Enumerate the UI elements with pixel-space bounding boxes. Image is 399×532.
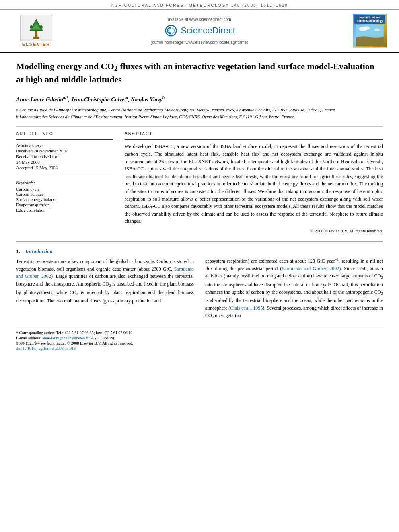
svg-point-5	[30, 25, 33, 29]
svg-point-7	[35, 21, 38, 25]
info-divider	[16, 139, 113, 140]
elsevier-logo: ELSEVIER	[12, 15, 60, 47]
keyword-1: Carbon cycle	[16, 187, 113, 191]
elsevier-tree-image	[20, 15, 52, 41]
received-date: Received 20 November 2007	[16, 148, 113, 153]
affiliations: a Groupe d'Etude de l'Atmosphère Météoro…	[16, 107, 383, 120]
header-center-block: available at www.sciencedirect.com Scien…	[60, 17, 339, 45]
journal-homepage-text: journal homepage: www.elsevier.com/locat…	[68, 40, 331, 45]
revised-date: 14 May 2008	[16, 160, 113, 164]
svg-rect-9	[356, 25, 384, 37]
keywords-divider	[16, 175, 113, 175]
intro-left-column: 1. Introduction Terrestrial ecosystems a…	[16, 248, 194, 320]
body-divider	[16, 241, 383, 242]
ref-ciais: Ciais et al., 1995	[230, 305, 263, 311]
revised-label: Received in revised form	[16, 154, 113, 159]
author1-sup: a,*	[63, 95, 68, 100]
copyright-notice: © 2008 Elsevier B.V. All rights reserved…	[125, 228, 383, 233]
issn-text: 0168-1923/$ – see front matter © 2008 El…	[16, 341, 133, 345]
article-info-column: ARTICLE INFO Article history: Received 2…	[16, 131, 113, 233]
doi-text: doi:10.1016/j.agrformet.2008.05.013	[16, 346, 76, 351]
elsevier-logo-area: ELSEVIER	[12, 15, 60, 47]
ref-sarmiento-1: Sarmiento and Gruber, 2002	[16, 266, 194, 279]
title-text-part1: Modelling energy and CO	[16, 61, 114, 71]
svg-point-13	[374, 28, 380, 31]
author3-sup: b	[162, 95, 165, 100]
available-at-text: available at www.sciencedirect.com	[68, 17, 331, 22]
article-history: Article history: Received 20 November 20…	[16, 143, 113, 170]
svg-point-6	[39, 25, 43, 29]
main-content: Modelling energy and CO2 fluxes with an …	[0, 53, 399, 359]
introduction-section: 1. Introduction Terrestrial ecosystems a…	[16, 248, 383, 320]
journal-cover-title: Agricultural and Forest Meteorology	[354, 15, 385, 24]
sciencedirect-icon	[164, 23, 178, 38]
intro-right-column: ecosystem respiration) are estimated eac…	[205, 248, 383, 320]
author3-name: , Nicolas Viovy	[128, 96, 162, 102]
ref-sarmiento-2: Sarmiento and Gruber, 2002	[282, 266, 339, 271]
svg-point-12	[363, 26, 370, 30]
affiliation-a: a Groupe d'Etude de l'Atmosphère Météoro…	[16, 107, 383, 113]
sciencedirect-text: ScienceDirect	[181, 25, 235, 36]
section-number: 1.	[16, 248, 20, 254]
journal-header-bar: AGRICULTURAL AND FOREST METEOROLOGY 148 …	[0, 0, 399, 10]
journal-cover-area: Agricultural and Forest Meteorology	[339, 14, 387, 48]
page: AGRICULTURAL AND FOREST METEOROLOGY 148 …	[0, 0, 399, 532]
journal-citation: AGRICULTURAL AND FOREST METEOROLOGY 148 …	[111, 3, 288, 8]
journal-cover-image: Agricultural and Forest Meteorology	[353, 14, 387, 48]
abstract-text: We developed ISBA-CC, a new version of t…	[125, 143, 383, 225]
section-title: Introduction	[25, 248, 53, 254]
author1-name: Anne-Laure Gibelin	[16, 96, 63, 102]
abstract-divider	[125, 139, 383, 140]
authors-line: Anne-Laure Gibelina,*, Jean-Christophe C…	[16, 95, 383, 103]
corresponding-text: * Corresponding author. Tel.: +33 5 61 0…	[16, 331, 134, 335]
history-label: Article history:	[16, 143, 113, 148]
keywords-label: Keywords:	[16, 180, 113, 185]
footnotes: * Corresponding author. Tel.: +33 5 61 0…	[16, 327, 383, 351]
article-info-header: ARTICLE INFO	[16, 131, 113, 136]
affiliation-b: b Laboratoire des Sciences du Climat et …	[16, 113, 383, 120]
email-note: E-mail address: anne-laure.gibelin@meteo…	[16, 336, 383, 340]
keyword-4: Evapotranspiration	[16, 202, 113, 207]
co2-subscript: 2	[114, 65, 118, 73]
email-label: E-mail address:	[16, 336, 41, 340]
keyword-2: Carbon balance	[16, 192, 113, 197]
info-abstract-section: ARTICLE INFO Article history: Received 2…	[16, 131, 383, 233]
page-header: ELSEVIER available at www.sciencedirect.…	[0, 10, 399, 53]
doi-note: doi:10.1016/j.agrformet.2008.05.013	[16, 346, 383, 351]
abstract-header: ABSTRACT	[125, 131, 383, 136]
article-title: Modelling energy and CO2 fluxes with an …	[16, 61, 383, 89]
affil-divider	[16, 126, 383, 127]
sciencedirect-logo: ScienceDirect	[68, 23, 331, 38]
email-suffix: (A.-L. Gibelin).	[88, 336, 115, 340]
issn-note: 0168-1923/$ – see front matter © 2008 El…	[16, 341, 383, 345]
keywords-section: Keywords: Carbon cycle Carbon balance Su…	[16, 180, 113, 212]
corresponding-author-note: * Corresponding author. Tel.: +33 5 61 0…	[16, 331, 383, 335]
abstract-column: ABSTRACT We developed ISBA-CC, a new ver…	[125, 131, 383, 233]
keyword-3: Surface energy balance	[16, 197, 113, 202]
elsevier-name-label: ELSEVIER	[22, 42, 50, 47]
email-address: anne-laure.gibelin@meteo.fr	[42, 336, 88, 340]
keyword-5: Eddy correlation	[16, 207, 113, 212]
accepted-date: Accepted 15 May 2008	[16, 165, 113, 170]
intro-right-text: ecosystem respiration) are estimated eac…	[205, 257, 383, 320]
intro-left-text: Terrestrial ecosystems are a key compone…	[16, 258, 194, 305]
intro-heading: 1. Introduction	[16, 248, 194, 255]
svg-rect-1	[35, 31, 37, 37]
author2-name: , Jean-Christophe Calvet	[68, 96, 126, 102]
